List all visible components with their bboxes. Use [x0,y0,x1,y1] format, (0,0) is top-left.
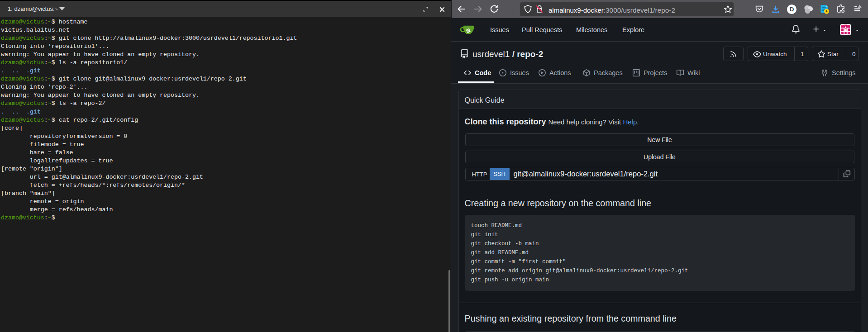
svg-text:D: D [790,6,794,13]
